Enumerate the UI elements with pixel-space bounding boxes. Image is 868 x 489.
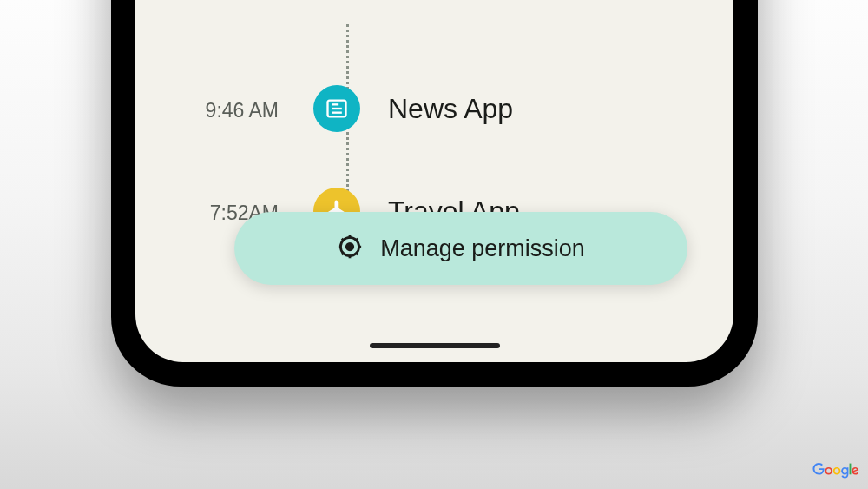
- svg-point-4: [346, 243, 353, 250]
- nav-handle[interactable]: [370, 343, 500, 348]
- phone-screen: 9:46 AM News App 7:52AM: [135, 0, 733, 362]
- phone-frame: 9:46 AM News App 7:52AM: [111, 0, 758, 387]
- timeline-time: 9:46 AM: [135, 96, 313, 122]
- timeline-app-name: News App: [388, 93, 513, 125]
- timeline-connector: [346, 127, 349, 192]
- timeline-row[interactable]: 9:46 AM News App: [135, 85, 733, 132]
- gear-icon: [337, 234, 363, 263]
- timeline-connector: [346, 24, 349, 89]
- manage-permission-button[interactable]: Manage permission: [234, 212, 687, 285]
- google-logo: [812, 463, 859, 482]
- news-icon: [313, 85, 360, 132]
- manage-permission-label: Manage permission: [380, 235, 585, 262]
- permission-timeline: 9:46 AM News App 7:52AM: [135, 24, 733, 362]
